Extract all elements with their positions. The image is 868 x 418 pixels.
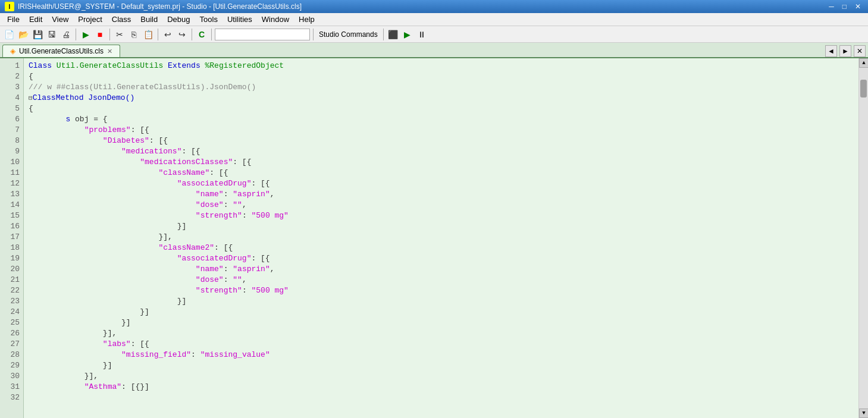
menu-help[interactable]: Help — [294, 13, 319, 26]
tab-generate-class-utils[interactable]: ◈ Util.GenerateClassUtils.cls ✕ — [2, 45, 120, 57]
line-numbers: 1234567891011121314151617181920212223242… — [0, 58, 24, 418]
fold-button-line-5[interactable]: ⊟ — [29, 95, 33, 102]
menu-tools[interactable]: Tools — [195, 13, 223, 26]
menu-window[interactable]: Window — [257, 13, 294, 26]
copy-button[interactable]: ⎘ — [127, 28, 140, 41]
code-line-18: }], — [29, 232, 854, 243]
code-line-1: Class Util.GenerateClassUtils Extends %R… — [29, 61, 854, 71]
code-line-19: "className2": [{ — [29, 243, 854, 253]
stop-button[interactable]: ■ — [93, 28, 106, 41]
toolbar-sep-3 — [158, 29, 158, 40]
code-editor[interactable]: Class Util.GenerateClassUtils Extends %R… — [24, 58, 858, 418]
menu-bar: File Edit View Project Class Build Debug… — [0, 13, 868, 26]
toolbar-sep-2 — [109, 29, 110, 40]
compile-button[interactable]: C — [195, 28, 208, 41]
tab-bar: ◈ Util.GenerateClassUtils.cls ✕ ◄ ► ✕ — [0, 43, 868, 58]
code-line-25: }] — [29, 307, 854, 318]
scrollbar-vertical[interactable]: ▲ ▼ — [858, 58, 868, 418]
code-line-13: "associatedDrug": [{ — [29, 178, 854, 189]
toolbar-sep-5 — [211, 29, 212, 40]
code-line-16: "strength": "500 mg" — [29, 210, 854, 221]
editor-container: 1234567891011121314151617181920212223242… — [0, 58, 868, 418]
toolbar: 📄 📂 💾 🖫 🖨 ▶ ■ ✂ ⎘ 📋 ↩ ↪ C Studio Command… — [0, 26, 868, 43]
scrollbar-thumb-v[interactable] — [860, 80, 867, 98]
toolbar-sep-4 — [192, 29, 192, 40]
menu-edit[interactable]: Edit — [24, 13, 47, 26]
code-line-2: { — [29, 71, 854, 82]
title-bar-text: IRISHealth/USER@_SYSTEM - Default_system… — [18, 2, 823, 11]
code-line-23: "strength": "500 mg" — [29, 285, 854, 296]
new-button[interactable]: 📄 — [2, 28, 15, 41]
menu-utilities[interactable]: Utilities — [223, 13, 257, 26]
open-button[interactable]: 📂 — [17, 28, 30, 41]
maximize-button[interactable]: □ — [840, 2, 849, 11]
menu-build[interactable]: Build — [136, 13, 162, 26]
search-input[interactable] — [215, 29, 310, 40]
code-line-22: "dose": "", — [29, 275, 854, 285]
tab-label: Util.GenerateClassUtils.cls — [19, 47, 104, 55]
tab-close-all[interactable]: ✕ — [854, 45, 866, 57]
studio-commands-label: Studio Commands — [319, 30, 378, 39]
save-button[interactable]: 💾 — [31, 28, 44, 41]
toolbar-sep-1 — [76, 29, 76, 40]
code-line-4: /// w ##class(Util.GenerateClassUtils).J… — [29, 82, 854, 93]
menu-file[interactable]: File — [2, 13, 24, 26]
code-line-30: }] — [29, 360, 854, 371]
menu-debug[interactable]: Debug — [162, 13, 195, 26]
toolbar-sep-6 — [313, 29, 314, 40]
scroll-down-arrow[interactable]: ▼ — [859, 408, 868, 418]
tab-nav-right[interactable]: ► — [839, 45, 851, 57]
cut-button[interactable]: ✂ — [113, 28, 126, 41]
code-line-20: "associatedDrug": [{ — [29, 253, 854, 264]
code-line-6: { — [29, 103, 854, 114]
debug-pause-button[interactable]: ⏸ — [415, 28, 428, 41]
run-button[interactable]: ▶ — [79, 28, 92, 41]
close-button[interactable]: ✕ — [853, 2, 863, 11]
menu-project[interactable]: Project — [73, 13, 106, 26]
code-line-14: "name": "asprin", — [29, 189, 854, 200]
code-line-29: "missing_field": "missing_value" — [29, 350, 854, 360]
redo-button[interactable]: ↪ — [176, 28, 189, 41]
code-line-17: }] — [29, 221, 854, 232]
debug-play-button[interactable]: ▶ — [401, 28, 414, 41]
tab-icon: ◈ — [10, 47, 15, 55]
code-line-24: }] — [29, 296, 854, 307]
toolbar-sep-7 — [383, 29, 384, 40]
save-all-button[interactable]: 🖫 — [45, 28, 58, 41]
code-line-10: "medications": [{ — [29, 146, 854, 157]
code-line-31: }], — [29, 371, 854, 382]
paste-button[interactable]: 📋 — [142, 28, 155, 41]
code-line-8: "problems": [{ — [29, 125, 854, 136]
tab-close-button[interactable]: ✕ — [107, 48, 112, 55]
menu-class[interactable]: Class — [107, 13, 136, 26]
tab-nav-left[interactable]: ◄ — [825, 45, 837, 57]
print-button[interactable]: 🖨 — [59, 28, 73, 41]
code-line-21: "name": "asprin", — [29, 264, 854, 275]
title-bar: I IRISHealth/USER@_SYSTEM - Default_syst… — [0, 0, 868, 13]
code-line-11: "medicationsClasses": [{ — [29, 157, 854, 168]
app-icon: I — [5, 2, 14, 11]
code-line-27: }], — [29, 328, 854, 339]
menu-view[interactable]: View — [47, 13, 73, 26]
code-line-7: s obj = { — [29, 114, 854, 125]
debug-step-button[interactable]: ⬛ — [387, 28, 400, 41]
scroll-up-arrow[interactable]: ▲ — [859, 58, 868, 68]
code-line-15: "dose": "", — [29, 200, 854, 210]
code-line-12: "className": [{ — [29, 168, 854, 178]
tab-nav: ◄ ► ✕ — [825, 45, 866, 57]
code-line-26: }] — [29, 318, 854, 328]
code-line-9: "Diabetes": [{ — [29, 136, 854, 146]
code-line-32: "Asthma": [{}] — [29, 382, 854, 392]
undo-button[interactable]: ↩ — [161, 28, 174, 41]
minimize-button[interactable]: ─ — [826, 2, 836, 11]
code-line-5: ⊟ClassMethod JsonDemo() — [29, 93, 854, 103]
code-line-28: "labs": [{ — [29, 339, 854, 350]
